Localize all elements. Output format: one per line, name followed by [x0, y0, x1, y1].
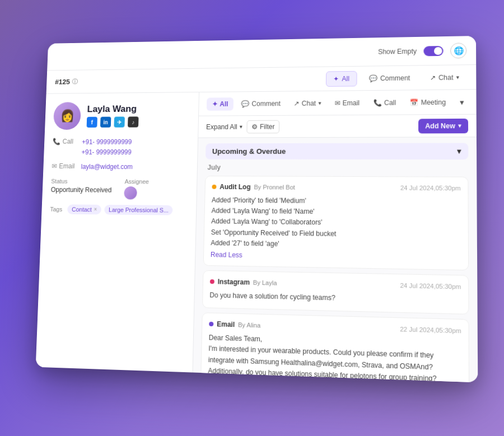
act-tab-all[interactable]: ✦ All	[207, 97, 234, 110]
all-icon: ✦	[333, 74, 339, 82]
main-content: 👩 Layla Wang f in ✈ ♪ 📞 Call	[36, 90, 478, 382]
show-empty-label: Show Empty	[378, 47, 417, 55]
add-new-button[interactable]: Add New ▾	[418, 118, 468, 133]
act-call-icon: 📞	[373, 99, 381, 106]
status-group: Status Opportunity Received	[50, 177, 112, 199]
audit-log-source: Audit Log	[220, 182, 251, 190]
email-card-by: By Alina	[238, 321, 260, 329]
contact-name: Layla Wang	[87, 104, 139, 115]
email-value[interactable]: layla@widget.com	[81, 162, 133, 172]
filter-icon: ⚙	[251, 123, 258, 130]
instagram-time: 24 Jul 2024,05:30pm	[400, 282, 461, 290]
upcoming-overdue-label: Upcoming & Overdue	[212, 147, 286, 155]
expand-all-label: Expand All	[206, 123, 237, 130]
facebook-icon[interactable]: f	[87, 116, 97, 127]
right-panel: ✦ All 💬 Comment ↗ Chat ▾ ✉ Email	[193, 90, 478, 382]
expand-all-button[interactable]: Expand All ▾	[206, 123, 242, 130]
activity-feed: Upcoming & Overdue ▾ July Audit Log By P…	[193, 137, 478, 382]
act-tab-chat[interactable]: ↗ Chat ▾	[288, 96, 327, 110]
activity-toolbar: Expand All ▾ ⚙ Filter Add New ▾	[198, 114, 477, 138]
top-tab-comment[interactable]: 💬 Comment	[361, 69, 418, 86]
main-window: Show Empty 🌐 #125 ⓘ ✦ All 💬 Comment ↗ Ch…	[36, 36, 478, 382]
audit-log-header: Audit Log By Pronnel Bot 24 Jul 2024,05:…	[212, 182, 460, 191]
filter-button[interactable]: ⚙ Filter	[246, 120, 279, 133]
add-new-chevron-icon: ▾	[458, 122, 461, 128]
act-tab-comment[interactable]: 💬 Comment	[236, 96, 286, 110]
filter-label: Filter	[260, 123, 275, 130]
instagram-by: By Layla	[253, 279, 277, 286]
july-label: July	[207, 163, 468, 172]
email-row: ✉ Email layla@widget.com	[52, 162, 189, 172]
act-tab-more[interactable]: ▾	[454, 94, 470, 109]
chat-chevron-icon: ▾	[318, 100, 321, 106]
top-tab-chat[interactable]: ↗ Chat ▾	[422, 69, 467, 85]
audit-time: 24 Jul 2024,05:30pm	[400, 184, 461, 191]
status-label: Status	[51, 177, 112, 184]
upcoming-chevron-icon: ▾	[457, 147, 461, 155]
audit-by: By Pronnel Bot	[254, 184, 295, 190]
contact-header: 👩 Layla Wang f in ✈ ♪	[53, 101, 190, 129]
email-icon: ✉	[52, 162, 57, 170]
email-card-source: Email	[217, 320, 235, 329]
email-label: ✉ Email	[52, 162, 77, 170]
call-label: 📞 Call	[53, 137, 78, 145]
expand-chevron-icon: ▾	[239, 123, 242, 129]
audit-log-card: Audit Log By Pronnel Bot 24 Jul 2024,05:…	[203, 176, 469, 270]
instagram-header: Instagram By Layla 24 Jul 2024,05:30pm	[210, 277, 461, 290]
status-value: Opportunity Received	[51, 185, 112, 193]
phone1-value[interactable]: +91- 9999999999	[82, 137, 132, 147]
act-chat-icon: ↗	[294, 99, 300, 107]
read-less-button[interactable]: Read Less	[211, 250, 461, 262]
assignee-label: Assignee	[124, 177, 149, 184]
instagram-dot-icon	[210, 279, 214, 283]
audit-body: Added 'Priority' to field 'Medium' Added…	[211, 195, 461, 252]
email-card: Email By Alina 22 Jul 2024,05:30pm Dear …	[200, 312, 469, 382]
globe-icon[interactable]: 🌐	[450, 42, 466, 58]
email-dot-icon	[209, 321, 213, 326]
tags-label: Tags	[50, 205, 62, 212]
avatar: 👩	[53, 102, 81, 130]
record-id: #125 ⓘ	[55, 77, 78, 86]
telegram-icon[interactable]: ✈	[114, 116, 124, 127]
chat-icon: ↗	[430, 73, 435, 81]
activity-tabs: ✦ All 💬 Comment ↗ Chat ▾ ✉ Email	[199, 90, 477, 116]
status-row: Status Opportunity Received Assignee	[50, 177, 188, 199]
email-card-body: Dear Sales Team, I'm interested in your …	[208, 332, 461, 382]
tiktok-icon[interactable]: ♪	[128, 116, 139, 127]
act-tab-call[interactable]: 📞 Call	[367, 95, 402, 109]
call-row: 📞 Call +91- 9999999999 +91- 9999999999	[52, 137, 189, 157]
act-meeting-icon: 📅	[410, 98, 419, 106]
email-card-header: Email By Alina 22 Jul 2024,05:30pm	[209, 320, 461, 335]
act-tab-email[interactable]: ✉ Email	[329, 96, 365, 109]
assignee-group: Assignee	[124, 177, 149, 199]
top-tab-all[interactable]: ✦ All	[326, 71, 357, 86]
left-panel: 👩 Layla Wang f in ✈ ♪ 📞 Call	[36, 92, 199, 372]
info-icon: ⓘ	[72, 77, 78, 85]
tag-contact[interactable]: Contact ×	[67, 204, 101, 214]
instagram-source: Instagram	[218, 278, 250, 286]
linkedin-icon[interactable]: in	[100, 116, 111, 127]
tag-close-icon[interactable]: ×	[94, 206, 97, 212]
act-all-icon: ✦	[212, 100, 218, 107]
assignee-avatar	[124, 186, 138, 199]
audit-dot-icon	[212, 184, 216, 189]
instagram-body: Do you have a solution for cycling teams…	[209, 290, 461, 307]
comment-icon: 💬	[368, 74, 377, 82]
act-email-icon: ✉	[334, 99, 340, 106]
tag-professional[interactable]: Large Professional S...	[104, 204, 173, 215]
upcoming-overdue-section[interactable]: Upcoming & Overdue ▾	[206, 143, 468, 160]
top-bar: Show Empty 🌐	[47, 36, 476, 71]
chevron-down-icon: ▾	[456, 74, 459, 80]
add-new-label: Add New	[425, 121, 455, 129]
instagram-card: Instagram By Layla 24 Jul 2024,05:30pm D…	[202, 270, 469, 314]
phone2-value[interactable]: +91- 9999999999	[81, 147, 132, 158]
email-card-time: 22 Jul 2024,05:30pm	[400, 325, 461, 334]
social-icons: f in ✈ ♪	[87, 116, 139, 128]
show-empty-toggle[interactable]	[423, 45, 443, 55]
tags-row: Tags Contact × Large Professional S...	[50, 204, 188, 215]
act-comment-icon: 💬	[241, 100, 250, 107]
act-tab-meeting[interactable]: 📅 Meeting	[404, 95, 452, 109]
call-icon: 📞	[53, 138, 60, 145]
